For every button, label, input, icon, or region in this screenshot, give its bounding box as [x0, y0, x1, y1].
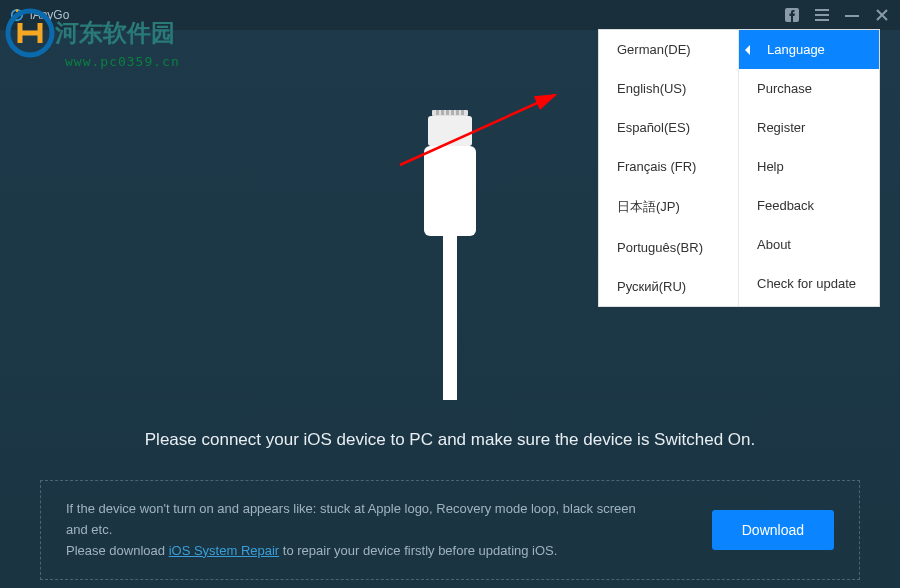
- lang-option-french[interactable]: Français (FR): [599, 147, 738, 186]
- svg-rect-17: [443, 236, 457, 400]
- dropdown-menu: German(DE) English(US) Español(ES) Franç…: [598, 29, 880, 307]
- menu-item-check-update[interactable]: Check for update: [739, 264, 879, 303]
- facebook-icon[interactable]: [784, 8, 800, 22]
- lang-option-german[interactable]: German(DE): [599, 30, 738, 69]
- lang-option-russian[interactable]: Pуский(RU): [599, 267, 738, 306]
- menu-item-language[interactable]: Language: [739, 30, 879, 69]
- annotation-arrow: [395, 90, 565, 170]
- titlebar: iAnyGo: [0, 0, 900, 30]
- main-menu: Language Purchase Register Help Feedback…: [739, 30, 879, 306]
- troubleshoot-box: If the device won't turn on and appears …: [40, 480, 860, 580]
- svg-rect-3: [815, 9, 829, 11]
- app-logo-icon: [10, 8, 24, 22]
- menu-item-register[interactable]: Register: [739, 108, 879, 147]
- ios-system-repair-link[interactable]: iOS System Repair: [169, 543, 280, 558]
- app-name: iAnyGo: [30, 8, 69, 22]
- lang-option-spanish[interactable]: Español(ES): [599, 108, 738, 147]
- close-icon[interactable]: [874, 8, 890, 22]
- svg-point-1: [16, 9, 19, 12]
- connect-instruction: Please connect your iOS device to PC and…: [145, 430, 755, 450]
- lang-option-english[interactable]: English(US): [599, 69, 738, 108]
- language-submenu: German(DE) English(US) Español(ES) Franç…: [599, 30, 739, 306]
- menu-item-feedback[interactable]: Feedback: [739, 186, 879, 225]
- svg-line-18: [400, 95, 555, 165]
- minimize-icon[interactable]: [844, 8, 860, 22]
- titlebar-left: iAnyGo: [10, 8, 69, 22]
- menu-icon[interactable]: [814, 9, 830, 21]
- menu-item-help[interactable]: Help: [739, 147, 879, 186]
- svg-rect-5: [815, 19, 829, 21]
- svg-rect-4: [815, 14, 829, 16]
- lang-option-portuguese[interactable]: Português(BR): [599, 228, 738, 267]
- troubleshoot-text: If the device won't turn on and appears …: [66, 499, 656, 561]
- svg-rect-6: [845, 15, 859, 17]
- menu-item-purchase[interactable]: Purchase: [739, 69, 879, 108]
- menu-item-about[interactable]: About: [739, 225, 879, 264]
- lang-option-japanese[interactable]: 日本語(JP): [599, 186, 738, 228]
- download-button[interactable]: Download: [712, 510, 834, 550]
- titlebar-controls: [784, 8, 890, 22]
